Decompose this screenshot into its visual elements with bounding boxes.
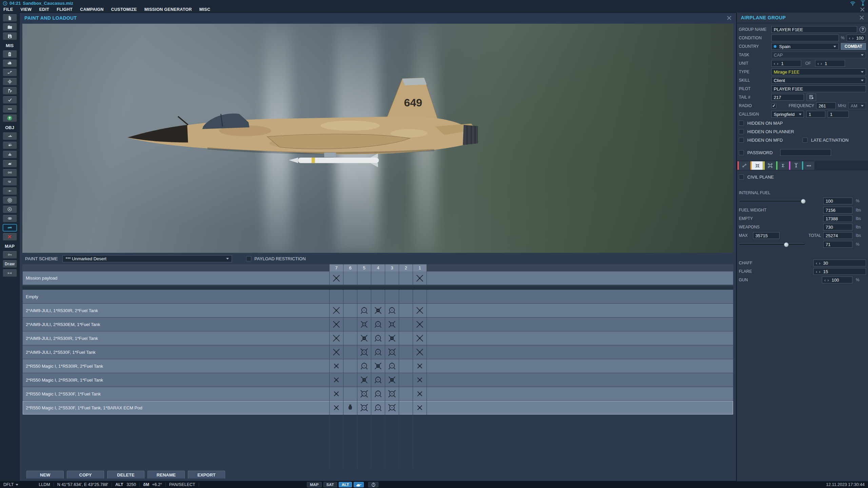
- pylon-cell-6[interactable]: [343, 359, 357, 373]
- help-icon[interactable]: ?: [860, 26, 866, 33]
- loadout-preset-row[interactable]: Empty: [22, 290, 733, 304]
- menu-edit[interactable]: EDIT: [39, 7, 49, 12]
- condition-input[interactable]: [771, 35, 839, 41]
- task-select[interactable]: CAP: [771, 52, 866, 58]
- pylon-cell-1[interactable]: [413, 304, 427, 317]
- menu-campaign[interactable]: CAMPAIGN: [80, 7, 104, 12]
- tab-route[interactable]: [737, 161, 750, 170]
- radio-tower-icon[interactable]: [861, 0, 865, 6]
- pylon-cell-2[interactable]: [399, 401, 413, 414]
- pylon-cell-5[interactable]: [357, 318, 371, 331]
- pylon-cell-2[interactable]: [399, 359, 413, 373]
- pylon-cell-6[interactable]: [343, 387, 357, 401]
- pylon-cell-4[interactable]: [371, 304, 385, 317]
- delete-unit-icon[interactable]: [3, 233, 17, 241]
- spinner-right-icon[interactable]: [827, 278, 829, 283]
- pylon-cell-1[interactable]: [413, 401, 427, 414]
- copy-button[interactable]: COPY: [67, 471, 104, 479]
- new-button[interactable]: NEW: [26, 471, 64, 479]
- pylon-cell-7[interactable]: [329, 318, 343, 331]
- hidden-on-planner-checkbox[interactable]: [739, 129, 744, 134]
- radio-checkbox[interactable]: [771, 103, 776, 108]
- loadout-preset-row[interactable]: 2*AIM9-JULI, 1*R530IR, 2*Fuel Tank: [22, 304, 733, 318]
- country-select[interactable]: Spain: [771, 43, 839, 50]
- condition-probability-spinner[interactable]: 100: [847, 35, 866, 41]
- tab-systems[interactable]: [763, 161, 776, 170]
- trigger-chain-icon[interactable]: [3, 105, 17, 113]
- menu-view[interactable]: VIEW: [20, 7, 32, 12]
- time-toggle-button[interactable]: [368, 482, 378, 487]
- pylon-cell-7[interactable]: [329, 373, 343, 387]
- pylon-cell-4[interactable]: [371, 271, 385, 285]
- loadout-preset-row[interactable]: 2*R550 Magic I, 2*R530IR, 1*Fuel Tank: [22, 373, 733, 387]
- callsign-unit-number[interactable]: 1: [828, 111, 849, 118]
- map-layer-sat-button[interactable]: SAT: [323, 482, 337, 487]
- briefing-icon[interactable]: [3, 50, 17, 58]
- pylon-cell-6[interactable]: [343, 331, 357, 345]
- waypoint-icon[interactable]: [3, 187, 17, 195]
- pylon-cell-2[interactable]: [399, 345, 413, 359]
- spinner-left-icon[interactable]: [824, 278, 826, 283]
- pilot-input[interactable]: PLAYER F1EE: [771, 85, 866, 92]
- pylon-cell-5[interactable]: [357, 401, 371, 414]
- pylon-cell-7[interactable]: [329, 387, 343, 401]
- hidden-on-map-checkbox[interactable]: [739, 121, 744, 126]
- pylon-cell-3[interactable]: [385, 373, 399, 387]
- tail-number-input[interactable]: 217: [771, 94, 804, 101]
- pylon-cell-6[interactable]: [343, 304, 357, 317]
- pylon-cell-1[interactable]: [413, 373, 427, 387]
- map-layer-alt-button[interactable]: ALT: [339, 482, 352, 487]
- tab-loadout[interactable]: [750, 161, 763, 170]
- frequency-input[interactable]: 261: [816, 102, 836, 109]
- pylon-cell-3[interactable]: [385, 401, 399, 414]
- pylon-cell-2[interactable]: [399, 331, 413, 345]
- pylon-cell-3[interactable]: [385, 359, 399, 373]
- group-name-input[interactable]: PLAYER F1EE: [771, 26, 857, 33]
- pylon-cell-7[interactable]: [329, 304, 343, 317]
- aircraft-3d-viewport[interactable]: 649: [22, 24, 733, 253]
- close-editor-icon[interactable]: [860, 7, 865, 12]
- pylon-cell-4[interactable]: [371, 387, 385, 401]
- pylon-cell-3[interactable]: [385, 318, 399, 331]
- pylon-cell-5[interactable]: [357, 304, 371, 317]
- pylon-cell-2[interactable]: [399, 318, 413, 331]
- pylon-cell-4[interactable]: [371, 318, 385, 331]
- pylon-cell-1[interactable]: [413, 271, 427, 285]
- callsign-flight-number[interactable]: 1: [806, 111, 825, 118]
- sequence-icon[interactable]: [3, 215, 17, 222]
- pylon-cell-2[interactable]: [399, 373, 413, 387]
- pylon-cell-2[interactable]: [399, 304, 413, 317]
- spinner-left-icon[interactable]: [849, 36, 850, 41]
- civil-plane-checkbox[interactable]: [739, 175, 744, 180]
- fuel-percent-slider[interactable]: [739, 244, 805, 245]
- generator-icon[interactable]: [3, 78, 17, 85]
- bullseye-icon[interactable]: [3, 197, 17, 204]
- export-button[interactable]: EXPORT: [188, 471, 225, 479]
- spinner-left-icon[interactable]: [817, 61, 819, 66]
- tab-comms[interactable]: [789, 161, 802, 170]
- menu-flight[interactable]: FLIGHT: [57, 7, 73, 12]
- close-panel-icon[interactable]: [727, 16, 731, 20]
- pylon-cell-1[interactable]: [413, 318, 427, 331]
- spinner-right-icon[interactable]: [852, 36, 853, 41]
- ship-icon[interactable]: [3, 151, 17, 158]
- pylon-cell-1[interactable]: [413, 331, 427, 345]
- triggers-icon[interactable]: [3, 69, 17, 76]
- pylon-cell-3[interactable]: [385, 304, 399, 317]
- callsign-select[interactable]: Springfield: [771, 111, 804, 118]
- delete-button[interactable]: DELETE: [107, 471, 144, 479]
- map-options-icon[interactable]: [3, 251, 17, 259]
- pylon-cell-5[interactable]: [357, 359, 371, 373]
- close-group-panel-icon[interactable]: [860, 16, 864, 20]
- pylon-cell-4[interactable]: [371, 373, 385, 387]
- pylon-cell-1[interactable]: [413, 290, 427, 303]
- pylon-cell-3[interactable]: [385, 271, 399, 285]
- airplane-icon[interactable]: [3, 133, 17, 140]
- template-icon[interactable]: [3, 169, 17, 177]
- validate-icon[interactable]: [3, 96, 17, 104]
- draw-tool-button[interactable]: Draw: [3, 260, 17, 268]
- pylon-cell-4[interactable]: [371, 331, 385, 345]
- loadout-preset-row[interactable]: 2*R550 Magic I, 1*R530IR, 2*Fuel Tank: [22, 359, 733, 373]
- pylon-cell-5[interactable]: [357, 373, 371, 387]
- new-mission-icon[interactable]: [3, 14, 17, 22]
